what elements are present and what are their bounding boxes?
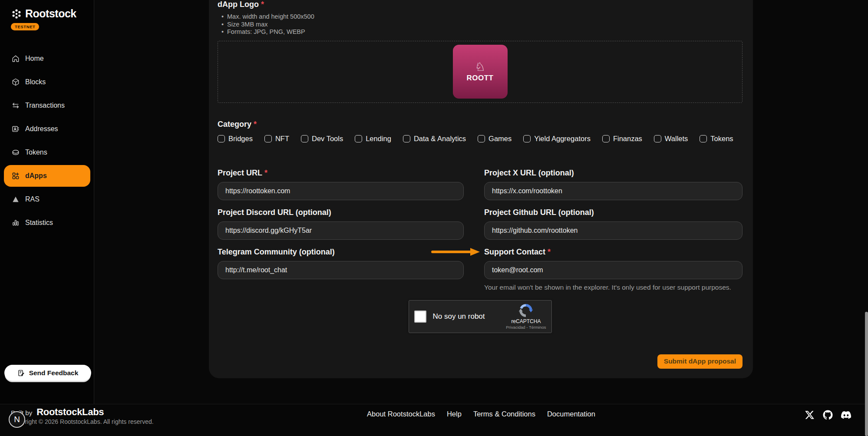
github-icon[interactable] xyxy=(823,410,833,420)
sidebar-item-dapps[interactable]: dApps xyxy=(4,165,90,187)
category-option-data-analytics[interactable]: Data & Analytics xyxy=(403,135,466,143)
built-by: Built by RootstockLabs xyxy=(11,406,104,418)
swap-arrows-icon xyxy=(11,101,20,110)
logo-requirement: Size 3MB max xyxy=(218,21,743,29)
sidebar-item-label: Transactions xyxy=(25,102,65,109)
submit-dapp-proposal-button[interactable]: Submit dApp proposal xyxy=(657,354,743,369)
project-discord-url-input[interactable] xyxy=(218,221,464,240)
footer-link-help[interactable]: Help xyxy=(447,410,462,418)
checkbox[interactable] xyxy=(218,135,225,142)
project-github-url-input[interactable] xyxy=(484,221,743,240)
field-label: Project X URL (optional) xyxy=(484,168,743,178)
footer-link-terms[interactable]: Terms & Conditions xyxy=(473,410,535,418)
category-options: Bridges NFT Dev Tools Lending Data & Ana… xyxy=(218,135,743,143)
category-option-games[interactable]: Games xyxy=(478,135,512,143)
telegram-community-field: Telegram Community (optional) xyxy=(218,248,464,291)
sidebar-item-tokens[interactable]: Tokens xyxy=(0,141,94,164)
field-label: Telegram Community (optional) xyxy=(218,248,464,257)
category-option-nft[interactable]: NFT xyxy=(264,135,289,143)
category-option-finanzas[interactable]: Finanzas xyxy=(602,135,642,143)
discord-icon[interactable] xyxy=(841,410,851,420)
logo-upload-dropzone[interactable]: ♘ ROOTT xyxy=(218,41,743,103)
sidebar-item-label: Addresses xyxy=(25,125,58,133)
checkbox[interactable] xyxy=(654,135,661,142)
sidebar: Rootstock TESTNET Home Blocks Transactio… xyxy=(0,0,94,406)
copyright-text: Copyright © 2026 RootstockLabs. All righ… xyxy=(11,418,154,425)
home-icon xyxy=(11,54,20,63)
recaptcha-terms[interactable]: Privacidad - Términos xyxy=(506,325,546,330)
scrollbar-thumb[interactable] xyxy=(865,312,868,436)
recaptcha-label: No soy un robot xyxy=(433,312,506,321)
testnet-badge: TESTNET xyxy=(11,23,39,30)
submit-row: Submit dApp proposal xyxy=(218,354,743,369)
sidebar-item-addresses[interactable]: Addresses xyxy=(0,117,94,141)
checkbox[interactable] xyxy=(355,135,362,142)
x-icon[interactable] xyxy=(805,410,815,420)
sidebar-item-label: Statistics xyxy=(25,219,53,227)
sidebar-item-home[interactable]: Home xyxy=(0,47,94,70)
id-card-icon xyxy=(11,125,20,133)
category-option-dev-tools[interactable]: Dev Tools xyxy=(301,135,343,143)
dapp-logo-label: dApp Logo* xyxy=(218,0,743,9)
built-by-name: RootstockLabs xyxy=(36,406,104,418)
send-feedback-button[interactable]: Send Feedback xyxy=(4,365,91,381)
recaptcha-brand: reCAPTCHA Privacidad - Términos xyxy=(506,303,546,330)
sidebar-item-transactions[interactable]: Transactions xyxy=(0,94,94,117)
project-github-url-field: Project Github URL (optional) xyxy=(484,208,743,240)
checkbox[interactable] xyxy=(523,135,531,142)
logo-requirement: Max. width and height 500x500 xyxy=(218,13,743,21)
logo-preview-symbol: ROOTT xyxy=(467,74,494,83)
cube-icon xyxy=(11,78,20,86)
recaptcha-widget: No soy un robot reCAPTCHA Privacidad - T… xyxy=(409,300,552,333)
sidebar-item-blocks[interactable]: Blocks xyxy=(0,70,94,94)
checkbox[interactable] xyxy=(403,135,410,142)
grid-plus-icon xyxy=(11,172,20,180)
category-option-wallets[interactable]: Wallets xyxy=(654,135,688,143)
required-mark: * xyxy=(254,120,257,129)
category-option-lending[interactable]: Lending xyxy=(355,135,391,143)
logo-preview-tile: ♘ ROOTT xyxy=(453,45,508,99)
sidebar-item-label: Tokens xyxy=(25,149,47,156)
field-label: Project URL* xyxy=(218,168,464,178)
url-fields-grid: Project URL* Project X URL (optional) Pr… xyxy=(218,168,743,291)
project-url-input[interactable] xyxy=(218,182,464,200)
checkbox[interactable] xyxy=(700,135,707,142)
recaptcha-logo-icon xyxy=(518,303,533,318)
sidebar-item-statistics[interactable]: Statistics xyxy=(0,211,94,235)
field-label: Support Contact* xyxy=(484,248,743,257)
project-url-field: Project URL* xyxy=(218,168,464,200)
dapp-proposal-form-panel: dApp Logo* Max. width and height 500x500… xyxy=(209,0,753,378)
rootstock-logo-icon xyxy=(11,8,22,20)
recaptcha-checkbox[interactable] xyxy=(414,310,426,323)
sidebar-nav: Home Blocks Transactions Addresses Token… xyxy=(0,47,94,235)
sidebar-item-label: Blocks xyxy=(25,78,46,86)
required-mark: * xyxy=(261,0,264,9)
field-label: Project Discord URL (optional) xyxy=(218,208,464,218)
checkbox[interactable] xyxy=(264,135,272,142)
brand-name: Rootstock xyxy=(25,7,76,20)
project-discord-url-field: Project Discord URL (optional) xyxy=(218,208,464,240)
profile-badge[interactable]: N xyxy=(9,411,25,428)
category-label: Category* xyxy=(218,120,743,129)
sidebar-item-ras[interactable]: RAS xyxy=(0,188,94,211)
field-label: Project Github URL (optional) xyxy=(484,208,743,218)
footer-divider xyxy=(0,404,868,404)
support-contact-input[interactable] xyxy=(484,261,743,279)
category-option-yield-aggregators[interactable]: Yield Aggregators xyxy=(523,135,591,143)
footer-link-documentation[interactable]: Documentation xyxy=(547,410,595,418)
support-contact-field: Support Contact* Your email won't be sho… xyxy=(484,248,743,291)
recaptcha-name: reCAPTCHA xyxy=(511,318,541,324)
project-x-url-input[interactable] xyxy=(484,182,743,200)
category-option-tokens[interactable]: Tokens xyxy=(700,135,733,143)
checkbox[interactable] xyxy=(478,135,485,142)
required-mark: * xyxy=(548,248,551,256)
category-option-bridges[interactable]: Bridges xyxy=(218,135,253,143)
required-mark: * xyxy=(264,168,267,177)
checkbox[interactable] xyxy=(602,135,610,142)
telegram-community-input[interactable] xyxy=(218,261,464,279)
footer-link-about[interactable]: About RootstockLabs xyxy=(367,410,435,418)
logo-requirement: Formats: JPG, PNG, WEBP xyxy=(218,28,743,36)
support-contact-helper: Your email won't be shown in the explore… xyxy=(484,284,743,291)
checkbox[interactable] xyxy=(301,135,308,142)
sidebar-item-label: dApps xyxy=(25,172,47,180)
